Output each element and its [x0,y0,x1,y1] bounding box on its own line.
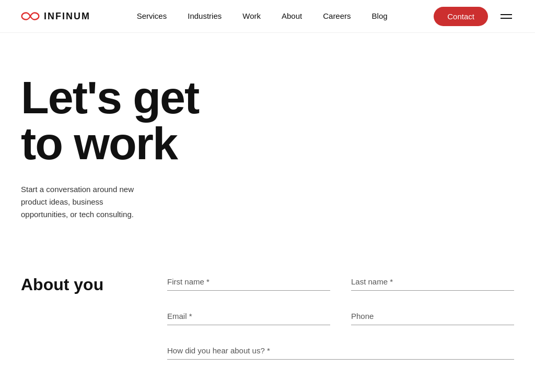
nav-menu: Services Industries Work About Careers B… [137,11,388,21]
navbar: INFINUM Services Industries Work About C… [0,0,535,33]
navbar-right: Contact [434,7,514,26]
nav-item-work[interactable]: Work [242,11,261,21]
how-input[interactable] [167,342,514,360]
nav-link-blog[interactable]: Blog [372,11,388,20]
last-name-field [351,273,514,291]
hamburger-line-1 [501,14,512,15]
hero-subtitle: Start a conversation around new product … [21,183,146,221]
email-input[interactable] [167,307,330,325]
nav-item-blog[interactable]: Blog [372,11,388,21]
first-name-input[interactable] [167,273,330,291]
contact-button[interactable]: Contact [434,7,488,26]
first-name-field [167,273,330,291]
last-name-input[interactable] [351,273,514,291]
form-section: About you [21,263,514,360]
nav-link-industries[interactable]: Industries [188,11,222,20]
hamburger-line-2 [501,18,512,19]
nav-item-services[interactable]: Services [137,11,167,21]
hamburger-menu-icon[interactable] [498,12,514,21]
hero-section: Let's get to work Start a conversation a… [21,75,514,221]
how-field [167,342,514,360]
main-content: Let's get to work Start a conversation a… [0,33,535,391]
form-fields [167,273,514,360]
hero-title: Let's get to work [21,75,282,167]
logo-area: INFINUM [21,11,90,22]
logo-text: INFINUM [44,11,90,22]
hero-title-line2: to work [21,117,177,169]
nav-link-about[interactable]: About [282,11,302,20]
hero-title-line1: Let's get [21,72,199,123]
nav-item-careers[interactable]: Careers [323,11,351,21]
form-row-names [167,273,514,291]
nav-item-industries[interactable]: Industries [188,11,222,21]
form-section-title: About you [21,273,125,294]
nav-link-careers[interactable]: Careers [323,11,351,20]
nav-link-services[interactable]: Services [137,11,167,20]
infinity-symbol [21,11,40,21]
phone-field [351,307,514,325]
phone-input[interactable] [351,307,514,325]
logo-icon[interactable] [21,11,40,21]
form-row-contact [167,307,514,325]
nav-link-work[interactable]: Work [242,11,261,20]
nav-item-about[interactable]: About [282,11,302,21]
email-field [167,307,330,325]
